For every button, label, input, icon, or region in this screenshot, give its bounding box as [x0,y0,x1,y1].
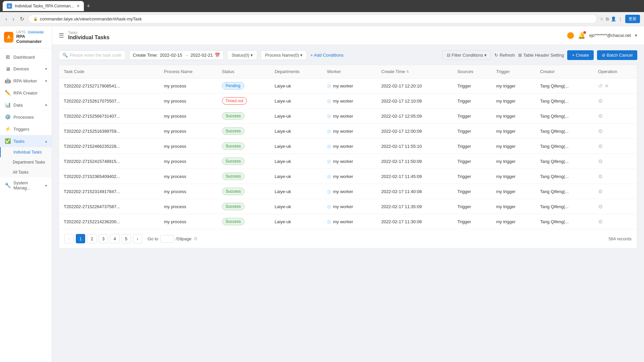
page-3-button[interactable]: 3 [99,234,108,243]
retry-icon[interactable]: ↺ [598,83,602,89]
detail-icon[interactable]: ⚙ [598,113,603,119]
task-code-search[interactable]: 🔍 Please enter the task code [59,50,126,60]
forward-button[interactable]: › [11,15,15,23]
page-4-button[interactable]: 4 [110,234,119,243]
new-tab-button[interactable]: + [87,3,90,10]
sidebar-item-system-manage[interactable]: 🔧 System Manag... ▾ [0,177,52,193]
detail-icon[interactable]: ⚙ [598,174,603,179]
status-filter-label: Status(0) [231,53,249,58]
reload-button[interactable]: ↻ [18,14,25,23]
cell-create-time: 2022-02-17 12:10:09 [377,94,453,109]
sidebar-navigation: ⊞ Dashboard 🖥 Devices ▾ 🤖 RPA Worker ▾ ✏… [0,48,52,362]
cell-create-time: 2022-02-17 12:00:09 [377,124,453,139]
page-number-input[interactable] [160,235,174,243]
table-header-setting-button[interactable]: ⊞ Table Header Setting [518,53,564,58]
cell-status: Timed out [217,94,270,109]
sidebar-item-dashboard[interactable]: ⊞ Dashboard [0,51,52,63]
cell-operation[interactable]: ⚙ [593,199,637,214]
sort-icon[interactable]: ⇅ [406,70,409,73]
sidebar-item-individual-tasks[interactable]: Individual Tasks [0,147,52,157]
create-button[interactable]: + Create [567,50,593,60]
sidebar-item-devices[interactable]: 🖥 Devices ▾ [0,63,52,75]
cell-departments: Laiye-uk [270,109,322,124]
sidebar-item-data[interactable]: 📊 Data ▾ [0,99,52,111]
browser-tab[interactable]: R Individual Tasks_RPA Comman... ✕ [3,1,84,11]
calendar-icon[interactable]: 📅 [215,53,220,58]
cell-operation[interactable]: ⚙ [593,214,637,229]
tasks-table-container: Task Code Process Name Status Department… [59,65,637,248]
col-worker: Worker [322,65,377,78]
cancel-icon[interactable]: ✕ [604,83,609,89]
bookmark-icon[interactable]: ☆ [600,16,604,22]
cell-worker: ◎ my worker [322,124,377,139]
topbar-actions: 🔔 ejo********@chacuo.net ▾ [567,32,637,39]
filter-conditions-button[interactable]: ⊟ Filter Conditions ▾ [442,50,491,60]
page-title: Individual Tasks [68,35,109,41]
detail-icon[interactable]: ⚙ [598,143,603,149]
cell-operation[interactable]: ⚙ [593,139,637,154]
cell-departments: Laiye-uk [270,199,322,214]
user-menu[interactable]: ejo********@chacuo.net [589,33,631,38]
cell-operation[interactable]: ⚙ [593,169,637,184]
add-conditions-button[interactable]: + Add Conditions [310,53,343,58]
cell-operation[interactable]: ↺✕ [593,78,637,94]
cell-departments: Laiye-uk [270,214,322,229]
page-2-button[interactable]: 2 [87,234,97,243]
cell-status: Success [217,124,270,139]
page-settings-icon[interactable]: ⚙ [194,236,198,241]
prev-page-button[interactable]: ‹ [64,234,74,243]
page-5-button[interactable]: 5 [121,234,131,243]
menu-dots-icon[interactable]: ⋮ [618,16,623,22]
cell-operation[interactable]: ⚙ [593,154,637,169]
next-page-button[interactable]: › [133,234,142,243]
url-bar[interactable]: 🔒 commander.laiye.uk/view/commander/#/ta… [28,14,597,23]
status-filter[interactable]: Status(0) ▾ [227,50,257,60]
sidebar-item-triggers[interactable]: ⚡ Triggers [0,123,52,135]
worker-name: my worker [333,219,353,224]
app-container: A LAIYE Community RPA Commander ⊞ Dashbo… [0,26,644,362]
update-button[interactable]: 更新 [625,15,640,23]
cell-operation[interactable]: ⚙ [593,94,637,109]
cell-status: Success [217,139,270,154]
page-goto: Go to /59page ⚙ [148,235,198,243]
col-sources: Sources [453,65,492,78]
detail-icon[interactable]: ⚙ [598,189,603,194]
sidebar-item-rpa-worker[interactable]: 🤖 RPA Worker ▾ [0,75,52,87]
batch-cancel-button[interactable]: ⊘ Batch Cancel [597,50,637,60]
worker-name: my worker [333,83,353,88]
sidebar-item-label: Triggers [13,127,29,132]
tab-close-icon[interactable]: ✕ [76,4,80,8]
cell-process-name: my process [159,169,217,184]
cell-operation[interactable]: ⚙ [593,124,637,139]
hamburger-menu-icon[interactable]: ☰ [59,32,64,39]
cell-task-code: T202202-27152516399759... [59,124,159,139]
detail-icon[interactable]: ⚙ [598,219,603,225]
sidebar-item-department-tasks[interactable]: Department Tasks [0,157,52,167]
sidebar-item-label: RPA Creator [13,90,38,96]
detail-icon[interactable]: ⚙ [598,98,603,104]
detail-icon[interactable]: ⚙ [598,128,603,134]
cell-operation[interactable]: ⚙ [593,109,637,124]
worker-icon: ◎ [327,113,331,119]
user-dropdown-icon[interactable]: ▾ [635,33,637,38]
sidebar-item-tasks[interactable]: ✅ Tasks ▴ [0,135,52,147]
notification-icon[interactable]: 🔔 [578,32,585,39]
refresh-button[interactable]: ↻ Refresh [494,53,515,58]
process-name-filter[interactable]: Process Name(0) ▾ [261,50,307,60]
sidebar-item-rpa-creator[interactable]: ✏️ RPA Creator [0,87,52,99]
profile-icon[interactable]: 👤 [611,16,616,22]
sidebar-item-processes[interactable]: ⚙️ Processes [0,111,52,123]
col-create-time[interactable]: Create Time ⇅ [377,65,453,78]
toolbar: 🔍 Please enter the task code Create Time… [59,50,637,60]
cell-operation[interactable]: ⚙ [593,184,637,199]
cell-sources: Trigger [453,94,492,109]
page-1-button[interactable]: 1 [76,234,85,243]
detail-icon[interactable]: ⚙ [598,159,603,164]
cell-departments: Laiye-uk [270,78,322,94]
date-range-filter[interactable]: Create Time: 2022-02-15 → 2022-02-21 📅 [129,50,224,60]
back-button[interactable]: ‹ [4,15,8,23]
cell-trigger: my trigger [491,124,535,139]
extensions-icon[interactable]: ⧉ [606,16,609,22]
detail-icon[interactable]: ⚙ [598,204,603,209]
sidebar-item-all-tasks[interactable]: All Tasks [0,167,52,177]
